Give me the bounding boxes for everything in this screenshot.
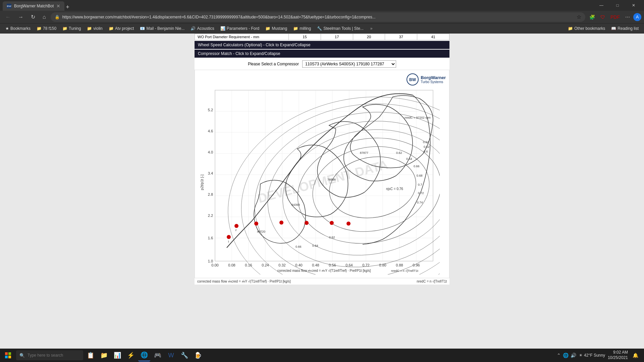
wo-port-values: 15 17 20 37 41 [289,34,449,40]
taskbar: 🔍 📋 📁 📊 ⚡ 🌐 🎮 W 🔧 🍺 ⌃ 🌐 🔊 ☀ 42 [0,349,644,362]
reading-list[interactable]: 📖 Reading list [608,25,641,32]
wrench-taskbar[interactable]: 🔧 [178,349,191,361]
other-bookmarks[interactable]: 📁 Other bookmarks [565,25,608,32]
svg-text:0.72: 0.72 [418,191,424,195]
star-icon: ★ [5,26,9,31]
svg-text:0.08: 0.08 [228,263,235,267]
svg-text:3.4: 3.4 [208,171,213,175]
svg-text:1.0: 1.0 [208,259,213,263]
star-icon[interactable]: ☆ [577,14,581,20]
file-explorer-taskbar[interactable]: 📁 [98,349,110,361]
new-tab-button[interactable]: + [66,4,69,11]
bookmark-mustang[interactable]: 📁 Mustang [263,25,290,32]
bookmark-78f150[interactable]: 📁 78 f150 [34,25,59,32]
bookmark-label: Acoustics [197,26,214,31]
excel-icon: 📊 [114,352,121,359]
svg-text:0.7: 0.7 [418,183,422,186]
adblock-button[interactable]: 🛡 [598,13,607,21]
folder-icon: 📁 [100,352,108,359]
address-bar-container[interactable]: 🔒 ☆ [51,12,585,22]
flash-taskbar[interactable]: ⚡ [125,349,137,361]
weather-icon: ☀ [579,353,583,358]
back-button[interactable]: ← [3,13,13,21]
logo-line1: BorgWarner [421,75,446,80]
bookmark-milling[interactable]: 📁 milling [290,25,314,32]
refresh-button[interactable]: ↻ [28,12,38,21]
tab-close-button[interactable]: ✕ [56,3,60,9]
extensions-button[interactable]: 🧩 [587,13,597,21]
bookmark-label: 78 f150 [43,26,56,31]
tab-area: BW BorgWarner MatchBot ✕ + [3,0,591,11]
svg-point-85 [330,221,334,225]
chevron-up-icon[interactable]: ⌃ [557,353,561,358]
maximize-button[interactable]: □ [610,0,625,11]
svg-text:1.6: 1.6 [208,236,213,240]
forward-button[interactable]: → [15,13,26,21]
compressor-dropdown[interactable]: 110S73 (AirWerks S400SX) 179180 177287 [302,60,396,68]
profile-button[interactable]: A [633,13,641,21]
app-4-taskbar[interactable]: 🎮 [152,349,164,361]
more-bookmarks-button[interactable]: » [368,25,375,32]
minimize-button[interactable]: — [594,0,609,11]
folder-icon: 📁 [87,26,92,31]
bookmark-label: violin [93,26,102,31]
bookmark-steelman[interactable]: 🔧 Steelman Tools | Ste... [314,25,366,32]
settings-button[interactable]: ⋯ [623,13,632,21]
notification-button[interactable]: 🔔 [631,351,640,360]
folder-icon: 📁 [293,26,298,31]
compressor-match-header[interactable]: Compressor Match - Click to Expand/Colla… [195,50,449,58]
svg-point-86 [346,222,351,226]
svg-text:0.62: 0.62 [424,145,430,148]
taskbar-search[interactable]: 🔍 [16,350,83,360]
svg-text:0.24: 0.24 [262,263,269,267]
svg-text:87877: 87877 [360,151,368,155]
folder-icon: 📁 [109,26,114,31]
bookmark-parameters[interactable]: 📊 Parameters - Ford [218,25,262,32]
bookmark-acoustics[interactable]: 🔊 Acoustics [188,25,217,32]
navigation-bar: ← → ↻ ⌂ 🔒 ☆ 🧩 🛡 PDF ⋯ A [0,11,644,23]
svg-text:p2t/p1t [-]: p2t/p1t [-] [200,175,204,190]
chrome-icon: 🌐 [141,351,148,359]
word-icon: W [168,352,174,359]
wheel-speed-header[interactable]: Wheel Speed Calculators (Optional) - Cli… [195,41,449,49]
bookmark-bookmarks[interactable]: ★ Bookmarks [3,25,33,32]
word-taskbar[interactable]: W [165,349,177,361]
close-button[interactable]: ✕ [626,0,641,11]
clock-widget[interactable]: 9:02 AM 10/25/2021 [608,350,628,360]
network-icon[interactable]: 🌐 [563,353,569,358]
weather-widget[interactable]: ☀ 42°F Sunny [579,353,605,358]
clock-date: 10/25/2021 [608,355,628,361]
svg-point-78 [227,235,231,239]
svg-text:48720: 48720 [257,230,265,233]
bookmark-mail[interactable]: 📧 Mail - Benjamin Nie... [137,25,187,32]
mail-icon: 📧 [140,26,145,31]
speed-formula: nredC = n √[Tref/T1t [417,280,447,283]
svg-text:5.2: 5.2 [208,108,213,112]
nav-actions: 🧩 🛡 PDF ⋯ A [587,13,641,21]
wo-col-5: 41 [417,34,449,40]
beer-taskbar[interactable]: 🍺 [192,349,204,361]
volume-icon[interactable]: 🔊 [571,353,576,358]
svg-text:nredC = 97202 rpm: nredC = 97202 rpm [405,116,431,119]
tools-icon: 🔧 [317,26,322,31]
svg-text:0.64: 0.64 [423,140,429,144]
start-button[interactable] [1,349,15,362]
reading-icon: 📖 [611,26,616,31]
wo-col-2: 17 [321,34,353,40]
taskview-button[interactable]: 📋 [85,349,97,361]
bookmark-atv[interactable]: 📁 Atv project [106,25,137,32]
taskbar-search-input[interactable] [28,353,78,358]
bookmark-tuning[interactable]: 📁 Tuning [60,25,84,32]
address-input[interactable] [62,15,574,19]
svg-point-82 [254,222,258,226]
home-button[interactable]: ⌂ [40,13,49,21]
bookmark-violin[interactable]: 📁 violin [84,25,105,32]
wo-col-1: 15 [289,34,321,40]
browser-tab[interactable]: BW BorgWarner MatchBot ✕ [3,1,64,11]
excel-taskbar[interactable]: 📊 [111,349,123,361]
chrome-taskbar[interactable]: 🌐 [138,349,150,361]
game-icon: 🎮 [154,352,161,359]
pdf-button[interactable]: PDF [608,13,622,21]
wo-port-label: WO Port Diameter Requirement - mm [195,34,289,40]
svg-text:0.40: 0.40 [295,263,302,267]
